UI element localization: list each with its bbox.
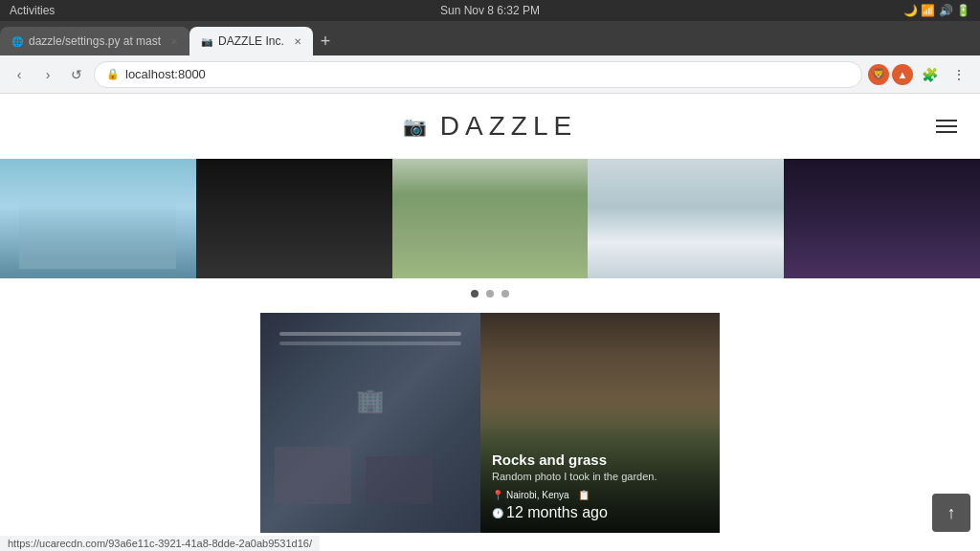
carousel-image-1	[0, 159, 196, 278]
tab-favicon-dazzle: 📷	[201, 36, 212, 47]
overlay-title: Rocks and grass	[492, 452, 708, 468]
os-activities[interactable]: Activities	[10, 4, 55, 17]
lock-icon: 🔒	[106, 68, 120, 80]
os-system-icons: 🌙 📶 🔊 🔋	[903, 4, 970, 17]
dot-1[interactable]	[471, 290, 479, 298]
back-button[interactable]: ‹	[8, 63, 31, 86]
tab-close-settings[interactable]: ✕	[170, 36, 178, 47]
share-icon[interactable]: 📋	[578, 490, 590, 500]
status-bar: https://ucarecdn.com/93a6e11c-3921-41a8-…	[0, 536, 320, 551]
gallery-grid: 🏢 Rocks and grass Random photo I took in…	[260, 313, 720, 533]
menu-icon[interactable]: ⋮	[946, 61, 972, 88]
brave-bat-icon[interactable]: ▲	[892, 64, 913, 85]
time-text: 12 months ago	[506, 504, 608, 521]
overlay-meta: 📍 Nairobi, Kenya 📋	[492, 490, 708, 500]
carousel-images	[0, 159, 980, 278]
gallery-item-right[interactable]: Rocks and grass Random photo I took in t…	[480, 313, 720, 533]
address-url: localhost:8000	[125, 67, 206, 81]
gallery-image-right: Rocks and grass Random photo I took in t…	[480, 313, 720, 533]
logo-text: DAZZLE	[440, 111, 577, 142]
gallery-item-left[interactable]: 🏢	[260, 313, 480, 533]
carousel-image-2	[196, 159, 392, 278]
hamburger-line-2	[936, 125, 957, 127]
address-bar[interactable]: 🔒 localhost:8000	[94, 61, 862, 88]
tab-dazzle[interactable]: 📷 DAZZLE Inc. ✕	[189, 27, 313, 55]
overlay-location: 📍 Nairobi, Kenya 📋	[492, 490, 590, 500]
hamburger-line-1	[936, 120, 957, 121]
os-bar: Activities Sun Nov 8 6:32 PM 🌙 📶 🔊 🔋	[0, 0, 980, 21]
scroll-to-top-button[interactable]: ↑	[932, 494, 970, 532]
site-header: 📷 DAZZLE	[0, 94, 980, 159]
gallery-section: 🏢 Rocks and grass Random photo I took in…	[0, 313, 980, 551]
forward-button[interactable]: ›	[36, 63, 59, 86]
overlay-description: Random photo I took in the garden.	[492, 471, 708, 482]
extensions-icon[interactable]: 🧩	[916, 61, 943, 88]
clock-icon: 🕐	[492, 508, 503, 518]
brave-shield-icon[interactable]: 🦁	[868, 64, 889, 85]
reload-button[interactable]: ↺	[65, 63, 88, 86]
dot-3[interactable]	[501, 290, 509, 298]
scroll-top-icon: ↑	[947, 503, 956, 523]
tab-close-dazzle[interactable]: ✕	[294, 36, 301, 47]
os-datetime: Sun Nov 8 6:32 PM	[440, 4, 540, 17]
new-tab-button[interactable]: +	[313, 27, 339, 55]
tab-settings[interactable]: 🌐 dazzle/settings.py at mast ✕	[0, 27, 189, 55]
tab-label-settings: dazzle/settings.py at mast	[29, 34, 161, 48]
status-url: https://ucarecdn.com/93a6e11c-3921-41a8-…	[8, 538, 312, 549]
carousel-image-3	[392, 159, 589, 278]
site-logo: 📷 DAZZLE	[403, 111, 577, 142]
tab-favicon-settings: 🌐	[11, 36, 23, 47]
carousel-section	[0, 159, 980, 313]
tabs-bar: 🌐 dazzle/settings.py at mast ✕ 📷 DAZZLE …	[0, 21, 980, 55]
tab-label-dazzle: DAZZLE Inc.	[218, 34, 284, 48]
location-icon: 📍	[492, 490, 503, 500]
page-content: 📷 DAZZLE	[0, 94, 980, 551]
dot-2[interactable]	[486, 290, 494, 298]
camera-icon: 📷	[403, 115, 433, 138]
browser-action-icons: 🦁 ▲ 🧩 ⋮	[868, 61, 972, 88]
nav-bar: ‹ › ↺ 🔒 localhost:8000 🦁 ▲ 🧩 ⋮	[0, 55, 980, 94]
overlay-time: 🕐 12 months ago	[492, 504, 708, 521]
carousel-dots	[0, 278, 980, 313]
gallery-image-left: 🏢	[260, 313, 480, 533]
carousel-image-5	[784, 159, 980, 278]
gallery-overlay: Rocks and grass Random photo I took in t…	[480, 423, 720, 533]
hamburger-line-3	[936, 131, 957, 133]
hamburger-menu-button[interactable]	[932, 116, 961, 137]
location-text: Nairobi, Kenya	[506, 490, 569, 500]
carousel-image-4	[588, 159, 784, 278]
